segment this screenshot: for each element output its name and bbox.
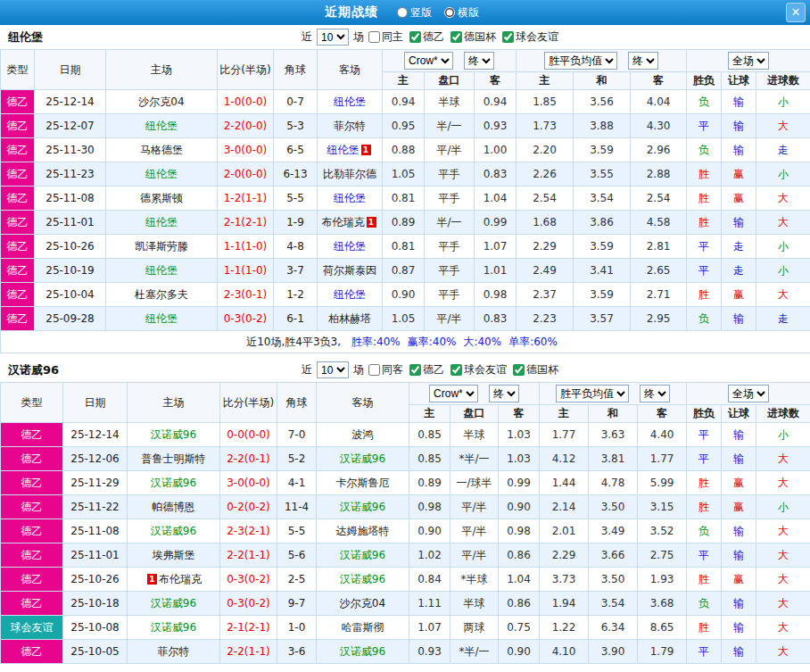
odds-company-select[interactable]: Crow* xyxy=(404,52,453,70)
col-header-home: 主场 xyxy=(128,383,220,423)
vertical-radio[interactable] xyxy=(397,7,408,18)
avg-cell-2: 2.65 xyxy=(631,259,687,283)
avg-cell-0: 1.77 xyxy=(540,423,589,447)
home-team-link[interactable]: 马格德堡 xyxy=(140,144,183,156)
away-team-link[interactable]: 比勒菲尔德 xyxy=(323,168,376,180)
odds-company-select[interactable]: Crow* xyxy=(429,385,478,402)
away-team-link[interactable]: 汉诺威96 xyxy=(340,452,385,465)
filter-checkbox-1[interactable] xyxy=(409,364,421,376)
filter-check-3[interactable]: 球会友谊 xyxy=(502,29,558,45)
filter-check-0[interactable]: 同主 xyxy=(368,29,403,45)
home-team-link[interactable]: 德累斯顿 xyxy=(140,192,183,204)
filter-check-2[interactable]: 球会友谊 xyxy=(450,362,507,377)
filter-checkbox-2[interactable] xyxy=(450,31,462,43)
home-team-link[interactable]: 汉诺威96 xyxy=(151,597,196,610)
filter-check-1[interactable]: 德乙 xyxy=(409,362,444,377)
away-team-link[interactable]: 汉诺威96 xyxy=(340,645,385,658)
summary-row: 近10场,胜4平3负3,胜率:40%赢率:40%大:40%单率:60% xyxy=(1,331,810,353)
avg-cell-1: 3.50 xyxy=(589,495,638,519)
home-team-link[interactable]: 纽伦堡 xyxy=(145,264,178,277)
match-count-select[interactable]: 10 xyxy=(317,29,349,46)
away-team-link[interactable]: 纽伦堡 xyxy=(334,95,366,108)
home-team-link[interactable]: 纽伦堡 xyxy=(145,216,178,228)
home-team-link[interactable]: 汉诺威96 xyxy=(151,428,196,441)
away-team-link[interactable]: 纽伦堡 xyxy=(334,288,366,301)
league-type-cell: 德乙 xyxy=(1,543,63,568)
date-cell: 25-10-26 xyxy=(63,568,128,592)
corner-cell: 3-6 xyxy=(277,640,317,664)
avg-odds-select[interactable]: 胜平负均值 xyxy=(544,52,617,70)
handicap-result-cell: 输 xyxy=(722,640,756,664)
home-team-link[interactable]: 凯泽斯劳滕 xyxy=(135,240,188,253)
filter-check-0[interactable]: 同客 xyxy=(368,362,403,377)
away-team-link[interactable]: 纽伦堡 xyxy=(327,144,360,156)
odds-final-select[interactable]: 终 xyxy=(464,52,494,70)
filter-checkbox-3[interactable] xyxy=(502,31,514,43)
odds-final-select[interactable]: 终 xyxy=(489,385,519,402)
red-card-badge: 1 xyxy=(147,574,157,585)
home-team-link[interactable]: 汉诺威96 xyxy=(151,525,196,537)
home-team-link[interactable]: 沙尔克04 xyxy=(138,95,184,108)
away-team-link[interactable]: 达姆施塔特 xyxy=(336,525,390,537)
handicap-result-cell: 输 xyxy=(722,423,756,447)
filter-checkbox-0[interactable] xyxy=(368,31,380,43)
filter-checkbox-1[interactable] xyxy=(409,31,421,43)
home-team-link[interactable]: 汉诺威96 xyxy=(151,477,196,489)
odds-cell-2: 0.83 xyxy=(475,162,517,187)
home-team-link[interactable]: 帕德博恩 xyxy=(153,501,195,513)
away-team-link[interactable]: 波鸿 xyxy=(352,428,374,441)
avg-odds-select[interactable]: 胜平负均值 xyxy=(556,385,629,402)
filter-check-3[interactable]: 德国杯 xyxy=(513,362,558,377)
filter-checkbox-2[interactable] xyxy=(450,364,462,376)
col-header-date: 日期 xyxy=(63,383,128,423)
away-team-link[interactable]: 纽伦堡 xyxy=(334,192,366,204)
odds-cell-2: 1.03 xyxy=(499,447,540,471)
scope-select[interactable]: 全场 xyxy=(728,385,769,402)
away-team-link[interactable]: 荷尔斯泰因 xyxy=(323,264,376,277)
corner-cell: 11-4 xyxy=(277,495,317,519)
avg-cell-0: 2.29 xyxy=(517,235,574,259)
away-team-cell: 纽伦堡 xyxy=(318,187,383,211)
corner-cell: 6-13 xyxy=(274,162,318,187)
home-team-link[interactable]: 埃弗斯堡 xyxy=(153,549,195,561)
home-team-link[interactable]: 菲尔特 xyxy=(158,645,190,658)
layout-mode-vertical[interactable]: 竖版 xyxy=(397,5,432,21)
away-team-link[interactable]: 卡尔斯鲁厄 xyxy=(336,477,390,489)
away-team-link[interactable]: 汉诺威96 xyxy=(340,549,385,561)
home-team-link[interactable]: 纽伦堡 xyxy=(145,312,178,325)
sub-header-avg-home: 主 xyxy=(517,72,574,90)
avg-final-select[interactable]: 终 xyxy=(628,52,658,70)
away-team-link[interactable]: 哈雷斯彻 xyxy=(342,621,384,634)
odds-cell-0: 0.98 xyxy=(409,495,450,519)
home-team-link[interactable]: 纽伦堡 xyxy=(145,168,178,180)
date-cell: 25-10-19 xyxy=(35,259,106,283)
match-row: 德乙25-11-08德累斯顿1-2(1-1)5-5纽伦堡0.81平手1.042.… xyxy=(1,187,810,211)
odds-cell-0: 0.88 xyxy=(383,138,425,162)
filter-checkbox-3[interactable] xyxy=(513,364,525,376)
home-team-link[interactable]: 杜塞尔多夫 xyxy=(135,288,188,301)
home-team-link[interactable]: 汉诺威96 xyxy=(151,621,196,634)
away-team-link[interactable]: 纽伦堡 xyxy=(334,240,366,253)
date-cell: 25-11-30 xyxy=(35,138,106,162)
away-team-link[interactable]: 汉诺威96 xyxy=(340,573,385,585)
home-team-link[interactable]: 纽伦堡 xyxy=(145,120,178,132)
away-team-link[interactable]: 汉诺威96 xyxy=(340,501,385,513)
avg-cell-1: 3.63 xyxy=(589,423,638,447)
away-team-link[interactable]: 菲尔特 xyxy=(334,120,366,132)
scope-select[interactable]: 全场 xyxy=(728,52,769,70)
filter-check-1[interactable]: 德乙 xyxy=(409,29,444,45)
home-team-link[interactable]: 普鲁士明斯特 xyxy=(142,452,206,465)
handicap-result-cell: 输 xyxy=(722,114,756,138)
league-type-cell: 德乙 xyxy=(1,592,63,616)
match-count-select[interactable]: 10 xyxy=(317,361,349,378)
layout-mode-horizontal[interactable]: 横版 xyxy=(444,5,479,21)
horizontal-radio[interactable] xyxy=(444,7,455,18)
away-team-link[interactable]: 柏林赫塔 xyxy=(328,312,371,325)
filter-checkbox-0[interactable] xyxy=(368,364,380,376)
close-icon[interactable]: ✕ xyxy=(786,3,806,22)
away-team-link[interactable]: 沙尔克04 xyxy=(340,597,385,610)
home-team-link[interactable]: 布伦瑞克 xyxy=(159,573,202,585)
avg-final-select[interactable]: 终 xyxy=(640,385,670,402)
filter-check-2[interactable]: 德国杯 xyxy=(450,29,496,45)
away-team-link[interactable]: 布伦瑞克 xyxy=(322,216,365,228)
